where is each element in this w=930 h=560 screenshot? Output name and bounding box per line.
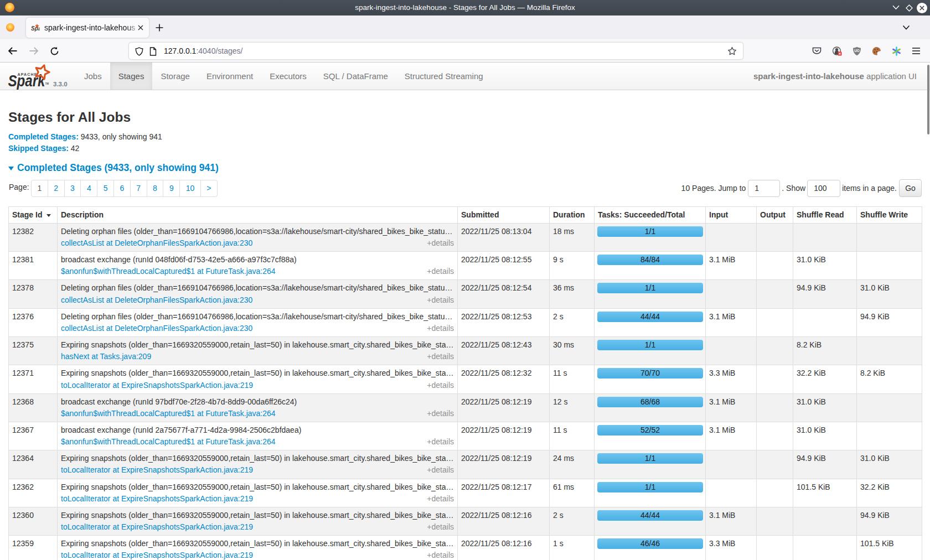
svg-text:3.3.0: 3.3.0 bbox=[53, 81, 68, 87]
svg-text:Spark: Spark bbox=[31, 25, 40, 32]
svg-text:Spark: Spark bbox=[8, 71, 46, 90]
svg-text:UO: UO bbox=[854, 48, 860, 52]
svg-text:TM: TM bbox=[45, 82, 49, 85]
